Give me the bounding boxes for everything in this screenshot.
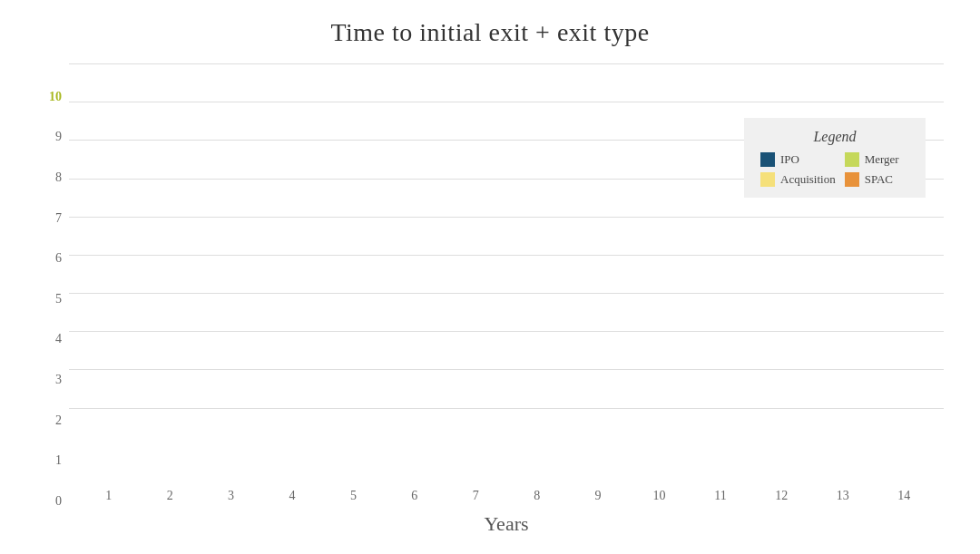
legend-item-spac: SPAC xyxy=(845,172,909,187)
bar-group-7 xyxy=(446,63,506,483)
x-tick-13: 13 xyxy=(812,489,873,509)
legend-item-merger: Merger xyxy=(845,152,909,167)
legend-title: Legend xyxy=(760,129,909,145)
bar-group-8 xyxy=(506,63,567,483)
y-tick-7: 7 xyxy=(55,185,62,226)
x-tick-3: 3 xyxy=(201,489,261,509)
chart-container: Time to initial exit + exit type 0123456… xyxy=(0,0,980,554)
bar-group-11 xyxy=(690,63,750,483)
legend: Legend IPOMergerAcquisitionSPAC xyxy=(744,118,926,198)
x-tick-10: 10 xyxy=(629,489,690,509)
bar-group-5 xyxy=(323,63,384,483)
x-tick-11: 11 xyxy=(690,489,750,509)
x-tick-7: 7 xyxy=(446,489,506,509)
bar-group-10 xyxy=(629,63,690,483)
y-tick-10: 10 xyxy=(49,63,62,104)
y-tick-4: 4 xyxy=(55,306,62,347)
legend-swatch-merger xyxy=(845,152,859,167)
legend-swatch-ipo xyxy=(760,152,775,167)
y-tick-3: 3 xyxy=(55,346,62,387)
bar-group-4 xyxy=(261,63,322,483)
y-tick-6: 6 xyxy=(55,226,62,267)
legend-items: IPOMergerAcquisitionSPAC xyxy=(760,152,909,187)
x-tick-14: 14 xyxy=(873,489,934,509)
bar-group-2 xyxy=(139,63,200,483)
legend-label-merger: Merger xyxy=(865,152,899,167)
legend-label-ipo: IPO xyxy=(780,152,799,167)
chart-body: 012345678910 1234567891011121314 Years L… xyxy=(36,63,944,536)
y-tick-9: 9 xyxy=(55,104,62,145)
y-tick-8: 8 xyxy=(55,144,62,185)
x-axis: 1234567891011121314 xyxy=(69,483,944,509)
y-tick-1: 1 xyxy=(55,428,62,469)
bar-group-3 xyxy=(201,63,261,483)
legend-item-ipo: IPO xyxy=(760,152,836,167)
x-tick-12: 12 xyxy=(751,489,812,509)
legend-label-acquisition: Acquisition xyxy=(780,172,836,187)
y-tick-5: 5 xyxy=(55,266,62,306)
x-tick-6: 6 xyxy=(384,489,445,509)
x-tick-2: 2 xyxy=(139,489,200,509)
legend-swatch-acquisition xyxy=(760,172,775,187)
x-axis-label: Years xyxy=(69,512,944,536)
y-axis: 012345678910 xyxy=(36,63,69,536)
y-tick-2: 2 xyxy=(55,387,62,428)
legend-label-spac: SPAC xyxy=(865,172,893,187)
y-tick-0: 0 xyxy=(55,468,62,509)
bar-group-1 xyxy=(78,63,139,483)
x-tick-5: 5 xyxy=(323,489,384,509)
bar-group-9 xyxy=(567,63,628,483)
x-tick-9: 9 xyxy=(567,489,628,509)
x-tick-1: 1 xyxy=(78,489,139,509)
legend-item-acquisition: Acquisition xyxy=(760,172,836,187)
x-tick-4: 4 xyxy=(261,489,322,509)
bar-group-6 xyxy=(384,63,445,483)
chart-title: Time to initial exit + exit type xyxy=(330,18,649,47)
x-tick-8: 8 xyxy=(506,489,567,509)
legend-swatch-spac xyxy=(845,172,859,187)
